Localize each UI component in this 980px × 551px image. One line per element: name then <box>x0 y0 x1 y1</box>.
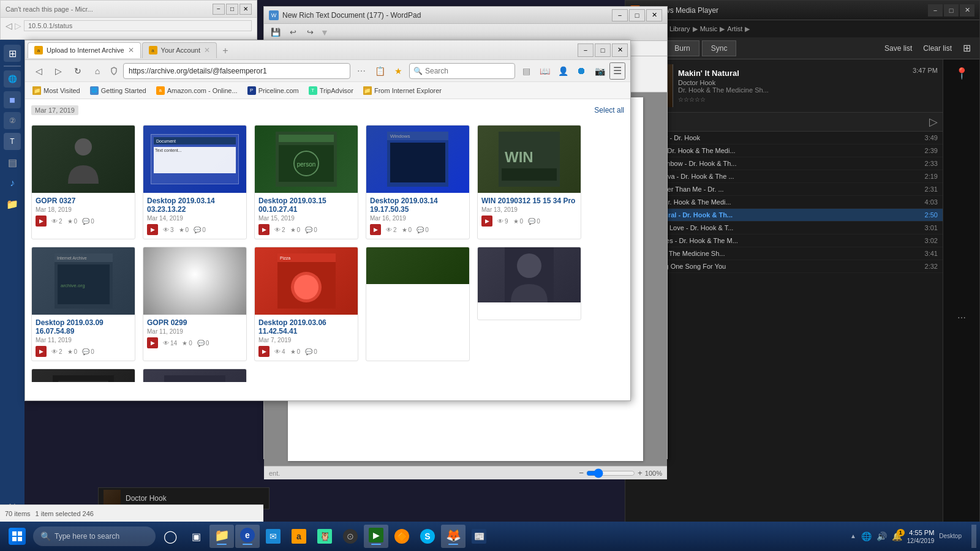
bookmark-tripadvisor[interactable]: T TripAdvisor <box>306 85 356 96</box>
archive-card-gopr0299[interactable]: GOPR 0299 Mar 11, 2019 ▶ 👁14 ★0 💬0 <box>143 247 247 361</box>
tab-close-upload[interactable]: ✕ <box>128 46 134 54</box>
browser-minimize-button[interactable]: − <box>578 43 594 57</box>
taskbar-app-news[interactable]: 📰 <box>467 525 491 548</box>
tray-network-icon[interactable]: 🌐 <box>861 531 872 541</box>
new-tab-button[interactable]: + <box>218 43 233 58</box>
taskbar-app-unknown[interactable]: ⊙ <box>338 525 363 548</box>
taskbar-app-vlc[interactable]: 🔶 <box>390 525 414 548</box>
wmp-clear-list-button[interactable]: Clear list <box>919 43 956 54</box>
taskbar-app-media[interactable]: ▶ <box>364 525 388 548</box>
browser-record-icon[interactable]: ⏺ <box>573 62 590 80</box>
taskbar-app-tripadvisor[interactable]: 🦉 <box>312 525 337 548</box>
bookmark-most-visited[interactable]: 📁 Most Visited <box>30 85 83 96</box>
tab-upload[interactable]: a Upload to Internet Archive ✕ <box>28 42 141 58</box>
error-forward-button[interactable]: ▷ <box>15 21 21 31</box>
wmp-track-list[interactable]: lvia's Mother - Dr. Hook 3:49 rie Lavaux… <box>625 132 943 551</box>
wmp-list-options-button[interactable]: ⊞ <box>959 41 974 55</box>
archive-card-person[interactable] <box>477 247 581 320</box>
list-item[interactable]: ng Me A Rainbow - Dr. Hook & Th... 2:33 <box>625 157 943 170</box>
tab-close-account[interactable]: ✕ <box>204 46 210 54</box>
browser-url-input[interactable] <box>123 63 350 79</box>
browser-close-button[interactable]: ✕ <box>612 43 628 57</box>
error-back-button[interactable]: ◁ <box>6 21 12 31</box>
list-item[interactable]: s It Away - Dr. Hook & The Medi... 4:03 <box>625 196 943 209</box>
browser-home-button[interactable]: ⌂ <box>89 62 106 80</box>
archive-card-partial[interactable] <box>366 247 470 361</box>
bookmark-getting-started[interactable]: 🌐 Getting Started <box>88 85 149 96</box>
list-item[interactable]: hen She Cries - Dr. Hook & The M... 3:02 <box>625 234 943 247</box>
browser-reload-button[interactable]: ↻ <box>69 62 86 80</box>
browser-star-icon[interactable]: ★ <box>390 62 407 80</box>
sidebar-btn-4[interactable]: ② <box>4 112 21 129</box>
browser-search-input[interactable] <box>425 67 511 75</box>
wordpad-save-quick-button[interactable]: 💾 <box>269 26 282 39</box>
browser-menu-button[interactable]: ☰ <box>609 62 625 80</box>
tab-account[interactable]: a Your Account ✕ <box>142 42 217 58</box>
archive-card-gopr0327[interactable]: GOPR 0327 Mar 18, 2019 ▶ 👁2 ★0 💬0 <box>31 125 135 239</box>
browser-forward-button[interactable]: ▷ <box>50 62 67 80</box>
select-all-link[interactable]: Select all <box>594 106 624 114</box>
wmp-sync-tab[interactable]: Sync <box>702 40 737 56</box>
wmp-side-icon-2[interactable]: ⋯ <box>955 310 968 325</box>
list-item[interactable]: y, Lady Godiva - Dr. Hook & The ... 2:19 <box>625 170 943 183</box>
list-item[interactable]: lvia's Mother - Dr. Hook 3:49 <box>625 132 943 144</box>
list-item[interactable]: ama, I'll Sing One Song For You 2:32 <box>625 260 943 273</box>
archive-card-desktop20190306[interactable]: Pizza Desktop 2019.03.06 11.42.54.41 Mar… <box>254 247 358 361</box>
taskbar-app-edge[interactable]: e <box>235 525 260 548</box>
sidebar-btn-1[interactable]: ⊞ <box>4 45 21 62</box>
wordpad-redo-quick-button[interactable]: ↪ <box>303 26 317 39</box>
wordpad-minimize-button[interactable]: − <box>612 9 628 21</box>
sidebar-btn-6[interactable]: ▤ <box>4 154 21 171</box>
wmp-side-icon-1[interactable]: 📍 <box>952 64 971 83</box>
taskbar-app-cortana[interactable]: ◯ <box>158 525 183 548</box>
taskbar-app-taskview[interactable]: ▣ <box>184 525 208 548</box>
taskbar-app-skype[interactable]: S <box>415 525 440 548</box>
bookmark-from-ie[interactable]: 📁 From Internet Explorer <box>361 85 444 96</box>
bookmark-amazon[interactable]: a Amazon.com - Online... <box>154 85 240 96</box>
archive-card-desktop20190314a[interactable]: Document Text content... Desktop 2019.03… <box>143 125 247 239</box>
error-maximize-button[interactable]: □ <box>226 4 238 15</box>
error-close-button[interactable]: ✕ <box>239 4 252 15</box>
browser-library-icon[interactable]: ▤ <box>518 62 535 80</box>
start-button[interactable] <box>4 525 31 548</box>
browser-reading-icon[interactable]: 📖 <box>536 62 553 80</box>
wmp-close-button[interactable]: ✕ <box>960 4 974 17</box>
archive-card-desktop20190314b[interactable]: Windows Desktop 2019.03.14 19.17.50.35 M… <box>366 125 470 239</box>
tray-volume-icon[interactable]: 🔊 <box>876 531 887 541</box>
taskbar-app-amazon[interactable]: a <box>287 525 311 548</box>
archive-card-desktop20190309a[interactable]: Internet Archive archive.org Desktop 201… <box>31 247 135 361</box>
archive-card-desktop20190315[interactable]: person Desktop 2019.03.15 00.10.27.41 Ma… <box>254 125 358 239</box>
tray-notification-badge[interactable]: 🔔 1 <box>892 531 902 541</box>
list-item[interactable]: - Dr. Hook & The Medicine Sh... 3:41 <box>625 247 943 260</box>
browser-maximize-button[interactable]: □ <box>595 43 611 57</box>
sidebar-btn-2[interactable]: 🌐 <box>4 70 21 88</box>
browser-bookmarks-icon[interactable]: ⋯ <box>353 62 370 80</box>
bookmark-priceline[interactable]: P Priceline.com <box>245 85 301 96</box>
browser-screenshot-icon[interactable]: 📷 <box>591 62 608 80</box>
tray-arrow-icon[interactable]: ▲ <box>850 533 856 539</box>
list-item[interactable]: all That True Love - Dr. Hook & T... 3:0… <box>625 222 943 234</box>
wmp-list-arrow[interactable]: ▷ <box>929 115 938 129</box>
wmp-burn-tab[interactable]: Burn <box>665 40 699 56</box>
error-minimize-button[interactable]: − <box>213 4 225 15</box>
wordpad-zoom-in-button[interactable]: + <box>638 468 643 478</box>
tray-datetime[interactable]: 4:55 PM 12/4/2019 <box>907 528 935 544</box>
list-item[interactable]: rie Lavaux - Dr. Hook & The Medi... 2:39 <box>625 144 943 157</box>
sidebar-btn-7[interactable]: ♪ <box>4 174 21 192</box>
wordpad-zoom-out-button[interactable]: − <box>579 468 584 478</box>
wmp-minimize-button[interactable]: − <box>928 4 943 17</box>
browser-back-button[interactable]: ◁ <box>30 62 47 80</box>
wmp-save-list-button[interactable]: Save list <box>881 43 916 54</box>
sidebar-btn-8[interactable]: 📁 <box>4 195 21 212</box>
wordpad-maximize-button[interactable]: □ <box>629 9 645 21</box>
list-item[interactable]: akin' It Natural - Dr. Hook & Th... 2:50 <box>625 209 943 222</box>
sidebar-btn-3[interactable]: ◼ <box>4 91 21 108</box>
wordpad-zoom-slider[interactable] <box>586 470 635 477</box>
sidebar-btn-5[interactable]: T <box>4 133 21 150</box>
wordpad-close-button[interactable]: ✕ <box>646 9 662 21</box>
wordpad-undo-quick-button[interactable]: ↩ <box>286 26 300 39</box>
archive-card-gopr0205[interactable]: GOPR 0205 Mar 6, 2019 ▶ 👁3 ★0 💬0 <box>31 369 135 382</box>
browser-sync-icon[interactable]: 👤 <box>554 62 571 80</box>
show-desktop-button[interactable] <box>971 525 976 548</box>
taskbar-search-button[interactable]: 🔍 Type here to search <box>33 527 156 546</box>
